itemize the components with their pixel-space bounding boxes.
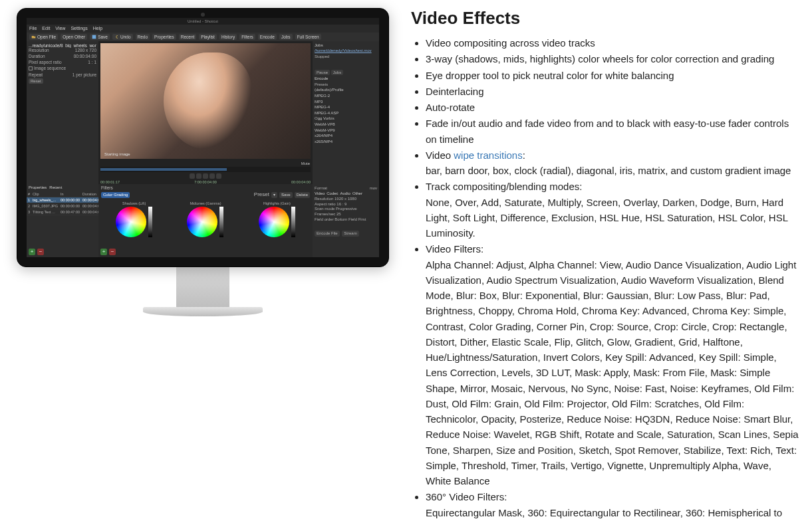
menu-settings[interactable]: Settings — [70, 26, 87, 31]
history-button[interactable]: History — [219, 34, 237, 40]
preset-item[interactable]: x265/MP4 — [315, 140, 377, 144]
properties-panel: ...ready/unicode/8_big_wheels_woman_1.jp… — [27, 41, 98, 184]
job-status: Stopped — [315, 54, 377, 59]
playlist-button[interactable]: Playlist — [199, 34, 217, 40]
next-frame-button[interactable] — [209, 173, 215, 179]
redo-button[interactable]: Redo — [136, 34, 150, 40]
prev-frame-button[interactable] — [196, 173, 202, 179]
pause-button[interactable]: Pause — [315, 70, 330, 76]
jobs-btn[interactable]: Jobs — [331, 70, 344, 76]
list-item: 3-way (shadows, mids, highlights) color … — [426, 51, 799, 66]
tab-other[interactable]: Other — [352, 191, 362, 196]
skip-end-button[interactable] — [216, 173, 221, 179]
color-wheel-highlights[interactable] — [259, 207, 289, 237]
monitor-frame: Untitled - Shotcut File Edit View Settin… — [17, 8, 389, 316]
menubar: File Edit View Settings Help — [27, 25, 379, 33]
page-title: Video Effects — [411, 8, 799, 29]
remove-filter-icon[interactable]: − — [109, 249, 116, 255]
tab-codec[interactable]: Codec — [327, 191, 338, 196]
fullscreen-button[interactable]: Full Screen — [295, 34, 321, 40]
encode-aspect[interactable]: Aspect ratio 16 : 9 — [315, 202, 377, 207]
jobs-button[interactable]: Jobs — [279, 34, 293, 40]
feature-list: Video compositing across video tracks3-w… — [411, 35, 799, 523]
open-other-button[interactable]: Open Other — [61, 34, 87, 40]
wheel-label-highlights: Highlights (Gain) — [259, 201, 295, 205]
remove-icon[interactable]: − — [37, 249, 44, 255]
skip-start-button[interactable] — [190, 173, 195, 179]
col-clip: Clip — [31, 191, 59, 197]
preset-save-button[interactable]: Save — [279, 192, 293, 198]
encode-fps[interactable]: Frames/sec 25 — [315, 212, 377, 217]
reset-button[interactable]: Reset — [29, 78, 43, 84]
encode-file-button[interactable]: Encode File — [315, 231, 340, 237]
playlist-panel: Properties Recent # Clip In Duration — [27, 184, 98, 257]
slider-highlights[interactable] — [291, 207, 295, 237]
properties-filename: ...ready/unicode/8_big_wheels_woman_1.jp… — [29, 43, 96, 48]
list-item-detail: Equirectangular Mask, 360: Equirectangul… — [426, 507, 791, 524]
image-sequence-checkbox[interactable] — [29, 66, 33, 70]
scrubber[interactable] — [100, 167, 311, 172]
encode-resolution[interactable]: Resolution 1920 x 1080 — [315, 197, 377, 201]
list-item-detail: bar, barn door, box, clock (radial), dia… — [426, 165, 791, 176]
preset-item[interactable]: WebM-VP9 — [315, 128, 377, 133]
preset-item[interactable]: Ogg Vorbis — [315, 116, 377, 121]
pixel-aspect-value[interactable]: 1 : 1 — [88, 60, 96, 64]
table-row[interactable]: 3Tiltting Text ...00:00:47:0000:00:04:00 — [27, 209, 103, 215]
menu-help[interactable]: Help — [93, 26, 102, 31]
preset-item[interactable]: WebM-VP8 — [315, 122, 377, 127]
recent-button[interactable]: Recent — [179, 34, 197, 40]
menu-file[interactable]: File — [29, 26, 37, 31]
repeat-value[interactable]: 1 per picture — [72, 72, 96, 77]
slider-midtones[interactable] — [219, 207, 223, 237]
preset-item[interactable]: MP3 — [315, 100, 377, 104]
preset-select[interactable]: ▾ — [271, 192, 277, 198]
encode-scan[interactable]: Scan mode Progressive — [315, 207, 377, 211]
tab-video[interactable]: Video — [315, 191, 325, 196]
preset-item[interactable]: (defaults)/Profile — [315, 88, 377, 92]
add-icon[interactable]: + — [29, 249, 35, 255]
resolution-value: 1280 x 720 — [75, 48, 96, 52]
format-value[interactable]: mov — [370, 186, 377, 191]
preset-delete-button[interactable]: Delete — [295, 192, 310, 198]
wipe-transitions-link[interactable]: wipe transitions — [454, 150, 522, 161]
list-item: Video compositing across video tracks — [426, 35, 799, 51]
preset-item[interactable]: MPEG-4 — [315, 105, 377, 110]
list-item: Auto-rotate — [426, 100, 799, 115]
job-path[interactable]: /home/ddenedy/Videos/test.mov — [315, 49, 377, 53]
list-item-detail: Alpha Channel: Adjust, Alpha Channel: Vi… — [426, 259, 799, 487]
table-row[interactable]: 2IMG_0307.JPG00:00:00:0000:00:04:00 — [27, 203, 103, 209]
filter-name[interactable]: Color Grading — [101, 192, 130, 198]
menu-view[interactable]: View — [55, 26, 65, 31]
duration-value[interactable]: 00:00:04:00 — [74, 54, 96, 58]
play-button[interactable] — [203, 173, 208, 179]
preset-item[interactable]: MPEG-2 — [315, 94, 377, 98]
video-preview[interactable]: Starting image — [100, 43, 311, 159]
color-wheel-midtones[interactable] — [187, 207, 217, 237]
save-button[interactable]: Save — [90, 34, 110, 40]
preset-item[interactable]: MPEG-4 ASP — [315, 111, 377, 116]
undo-button[interactable]: Undo — [112, 34, 133, 40]
tab-properties[interactable]: Properties — [29, 185, 47, 190]
viewer-panel: Starting image Mute — [98, 41, 313, 184]
stream-button[interactable]: Stream — [342, 231, 358, 237]
open-file-button[interactable]: Open File — [29, 34, 58, 40]
col-in: In — [59, 191, 81, 197]
color-wheel-shadows[interactable] — [116, 207, 146, 237]
preset-item[interactable]: x264/MP4 — [315, 134, 377, 138]
tab-audio[interactable]: Audio — [340, 191, 350, 196]
encode-button[interactable]: Encode — [258, 34, 277, 40]
wheel-label-shadows: Shadows (Lift) — [116, 201, 152, 205]
table-row[interactable]: 1big_wheels_...00:00:00:0000:00:04:00 — [27, 197, 103, 203]
playlist-table: # Clip In Duration 1big_wheels_...00:00:… — [27, 191, 103, 215]
slider-shadows[interactable] — [148, 207, 152, 237]
properties-button[interactable]: Properties — [152, 34, 176, 40]
encode-field-order[interactable]: Field order Bottom Field First — [315, 217, 377, 222]
menu-edit[interactable]: Edit — [42, 26, 50, 31]
mute-toggle[interactable]: Mute — [301, 161, 310, 165]
list-item: Eye dropper tool to pick neutral color f… — [426, 68, 799, 83]
list-item: Deinterlacing — [426, 84, 799, 99]
filters-button[interactable]: Filters — [239, 34, 255, 40]
tab-recent[interactable]: Recent — [49, 185, 62, 190]
list-item: Track compositing/blending modes:None, O… — [426, 179, 799, 241]
add-filter-icon[interactable]: + — [100, 249, 107, 255]
